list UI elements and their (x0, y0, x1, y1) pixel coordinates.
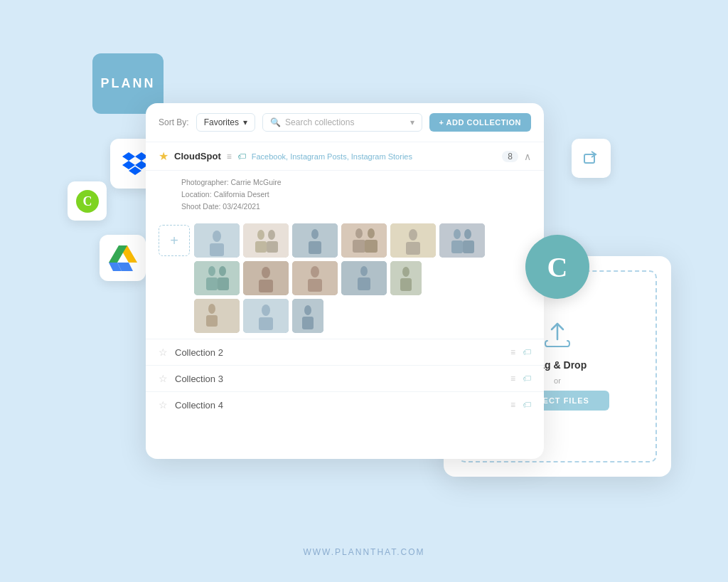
cloudspot-header: ★ CloudSpot ≡ 🏷 Facebook, Instagram Post… (146, 142, 544, 171)
or-text: or (554, 376, 561, 385)
info-line2: Location: California Desert (181, 189, 531, 201)
add-collection-button[interactable]: + ADD COLLECTION (429, 113, 531, 132)
share-icon-box[interactable] (572, 139, 611, 178)
star-outline-icon-3[interactable]: ☆ (159, 373, 168, 384)
photo-thumb-5[interactable] (390, 223, 436, 258)
svg-marker-0 (122, 152, 135, 161)
plann-logo-text: PLANN (101, 76, 156, 91)
svg-rect-15 (210, 243, 224, 256)
collection-item-4[interactable]: ☆ Collection 4 ≡ 🏷 (146, 391, 544, 418)
chevron-down-icon: ▾ (243, 117, 247, 127)
doc-icon-4: ≡ (510, 400, 515, 410)
tag-icon: 🏷 (237, 152, 246, 162)
sort-value: Favorites (204, 117, 239, 127)
canva-icon[interactable]: C (68, 181, 107, 221)
svg-point-19 (268, 230, 275, 240)
tag-icon-4: 🏷 (523, 400, 531, 410)
drive-icon[interactable] (100, 235, 146, 281)
svg-point-30 (409, 229, 417, 240)
photo-thumb-10[interactable] (341, 261, 387, 295)
doc-icon: ≡ (227, 152, 232, 162)
svg-rect-20 (267, 241, 278, 253)
search-icon: 🔍 (270, 117, 281, 127)
sort-label: Sort By: (159, 117, 189, 127)
photo-thumb-7[interactable] (194, 261, 240, 295)
svg-rect-26 (353, 240, 365, 253)
info-line1: Photographer: Carrie McGuire (181, 176, 531, 189)
star-outline-icon[interactable]: ☆ (159, 346, 168, 358)
svg-rect-62 (302, 317, 314, 329)
svg-point-35 (464, 229, 471, 239)
svg-point-61 (304, 305, 311, 315)
photos-container (194, 223, 485, 333)
svg-text:C: C (82, 194, 92, 208)
svg-rect-41 (218, 277, 229, 290)
svg-point-17 (257, 230, 264, 240)
info-line3: Shoot Date: 03/24/2021 (181, 201, 531, 213)
svg-point-27 (368, 228, 375, 238)
svg-rect-56 (206, 315, 218, 327)
doc-icon-3: ≡ (510, 374, 515, 383)
collection-item-3[interactable]: ☆ Collection 3 ≡ 🏷 (146, 365, 544, 391)
dropbox-svg (122, 152, 148, 175)
photos-row-2 (194, 261, 485, 295)
photo-thumb-8[interactable] (243, 261, 289, 295)
collection-item-2[interactable]: ☆ Collection 2 ≡ 🏷 (146, 339, 544, 365)
photo-thumb-9[interactable] (292, 261, 338, 295)
chevron-down-icon-search: ▾ (410, 117, 414, 127)
photo-grid: + (146, 218, 544, 339)
cloudspot-tags: Facebook, Instagram Posts, Instagram Sto… (252, 152, 497, 161)
svg-point-38 (208, 266, 215, 276)
svg-point-22 (311, 229, 318, 239)
svg-rect-36 (463, 240, 474, 253)
cloudspot-name: CloudSpot (174, 151, 221, 162)
chevron-up-icon[interactable]: ∧ (524, 151, 531, 162)
toolbar: Sort By: Favorites ▾ 🔍 Search collection… (146, 103, 544, 142)
photo-thumb-6[interactable] (439, 223, 485, 258)
collection-2-name: Collection 2 (175, 347, 503, 358)
upload-icon (543, 322, 572, 354)
svg-point-33 (454, 229, 461, 239)
canva-svg: C (76, 190, 99, 213)
svg-point-25 (355, 228, 363, 238)
svg-point-46 (311, 266, 319, 277)
collection-4-name: Collection 4 (175, 400, 503, 411)
sort-dropdown[interactable]: Favorites ▾ (196, 113, 255, 132)
svg-point-43 (262, 267, 270, 278)
doc-icon-2: ≡ (510, 347, 515, 357)
photo-thumb-3[interactable] (292, 223, 338, 258)
photo-thumb-2[interactable] (243, 223, 289, 258)
photo-thumb-4[interactable] (341, 223, 387, 258)
count-badge: 8 (502, 151, 518, 162)
svg-rect-18 (255, 241, 267, 253)
photos-row-1 (194, 223, 485, 258)
svg-rect-34 (451, 240, 463, 253)
photo-thumb-14[interactable] (292, 299, 323, 333)
photo-thumb-13[interactable] (243, 299, 289, 333)
big-c-letter: C (547, 250, 568, 284)
svg-point-55 (208, 304, 215, 314)
svg-point-52 (402, 267, 410, 277)
svg-rect-16 (243, 223, 289, 258)
share-icon (582, 149, 601, 169)
star-icon[interactable]: ★ (159, 149, 168, 163)
svg-rect-23 (309, 241, 321, 254)
photo-thumb-12[interactable] (194, 299, 240, 333)
svg-rect-39 (206, 277, 218, 290)
star-outline-icon-4[interactable]: ☆ (159, 399, 168, 411)
tag-icon-2: 🏷 (523, 347, 531, 357)
svg-point-58 (262, 305, 270, 316)
svg-rect-47 (308, 279, 322, 292)
search-box[interactable]: 🔍 Search collections ▾ (262, 113, 422, 132)
svg-rect-44 (259, 280, 273, 292)
tag-icon-3: 🏷 (523, 374, 531, 383)
website-url: WWW.PLANNTHAT.COM (303, 547, 424, 557)
svg-point-40 (219, 266, 226, 276)
add-photo-button[interactable]: + (159, 225, 190, 256)
photos-row-3 (194, 299, 485, 333)
svg-rect-50 (358, 277, 370, 290)
photo-thumb-1[interactable] (194, 223, 240, 258)
drive-svg (109, 245, 137, 271)
svg-rect-59 (259, 317, 273, 330)
photo-thumb-11[interactable] (390, 261, 422, 295)
